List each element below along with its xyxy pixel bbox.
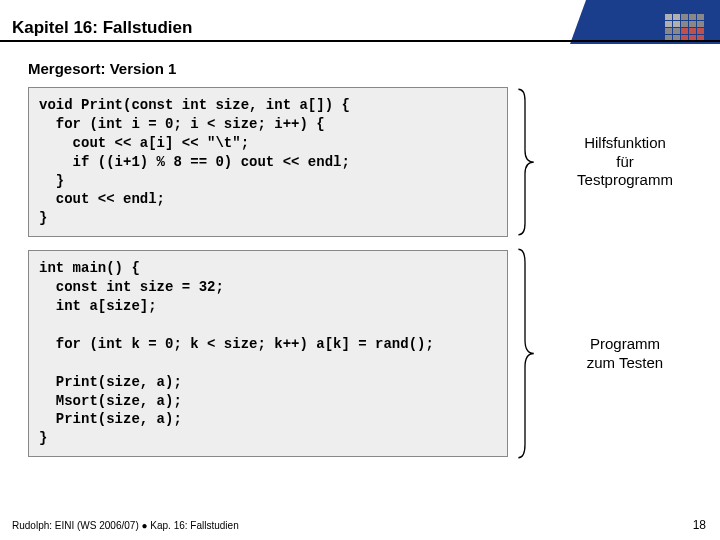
content-row-2: int main() { const int size = 32; int a[… <box>0 247 720 460</box>
slide-subtitle: Mergesort: Version 1 <box>28 60 720 77</box>
code-block-main: int main() { const int size = 32; int a[… <box>28 250 508 457</box>
annotation-program: Programm zum Testen <box>536 335 720 373</box>
logo-grid-icon <box>665 14 704 41</box>
logo <box>638 6 710 50</box>
footer-text: Rudolph: EINI (WS 2006/07) ● Kap. 16: Fa… <box>12 520 239 531</box>
code-block-print: void Print(const int size, int a[]) { fo… <box>28 87 508 237</box>
chapter-title: Kapitel 16: Fallstudien <box>12 18 192 38</box>
annotation-helper: Hilfsfunktion für Testprogramm <box>536 134 720 190</box>
brace-icon <box>514 247 536 460</box>
slide-footer: Rudolph: EINI (WS 2006/07) ● Kap. 16: Fa… <box>0 518 720 532</box>
page-number: 18 <box>693 518 706 532</box>
header-rule <box>0 40 720 42</box>
brace-icon <box>514 87 536 237</box>
content-row-1: void Print(const int size, int a[]) { fo… <box>0 87 720 237</box>
slide-header: Kapitel 16: Fallstudien <box>0 0 720 48</box>
